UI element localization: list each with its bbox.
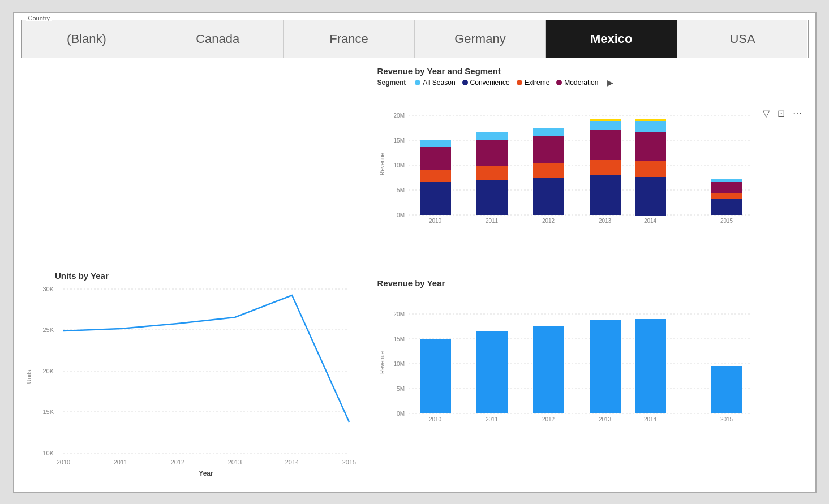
bar-2015-all bbox=[711, 179, 742, 182]
ry-bar-2012 bbox=[533, 326, 564, 413]
country-btn-blank[interactable]: (Blank) bbox=[22, 20, 153, 58]
bar-2014-all bbox=[635, 121, 666, 132]
country-btn-france[interactable]: France bbox=[284, 20, 415, 58]
bar-2010-mod bbox=[420, 147, 451, 170]
ry-x-label: Year bbox=[572, 424, 585, 425]
legend-all-season: All Season bbox=[415, 79, 455, 87]
bar-2010-all bbox=[420, 140, 451, 147]
ry-y-0m: 0M bbox=[397, 411, 405, 417]
bar-2014-conv bbox=[635, 177, 666, 216]
seg-x-2014: 2014 bbox=[643, 218, 656, 224]
bar-2011-ext bbox=[476, 166, 508, 180]
ry-bar-2010 bbox=[420, 339, 451, 413]
ry-x-2011: 2011 bbox=[485, 416, 498, 423]
ry-bar-2015 bbox=[711, 366, 742, 413]
expand-icon[interactable]: ⊡ bbox=[778, 108, 785, 119]
seg-x-2013: 2013 bbox=[598, 218, 611, 224]
bar-2015-mod bbox=[711, 182, 742, 193]
units-line bbox=[63, 295, 349, 422]
country-btn-canada[interactable]: Canada bbox=[152, 20, 284, 58]
ry-y-5m: 5M bbox=[397, 386, 405, 392]
bar-2011-all bbox=[476, 132, 508, 140]
country-filter-label: Country bbox=[26, 15, 53, 21]
ry-bar-2013 bbox=[590, 320, 621, 413]
ry-y-axis-label: Revenue bbox=[379, 351, 385, 373]
bar-2013-mod bbox=[590, 130, 621, 160]
revenue-year-chart: 20M 15M 10M 5M 0M Revenue bbox=[377, 289, 762, 425]
seg-x-2012: 2012 bbox=[542, 218, 555, 224]
units-y-axis-label: Units bbox=[25, 369, 32, 384]
convenience-dot bbox=[462, 80, 468, 85]
bar-2012-all bbox=[533, 128, 564, 136]
ry-x-2015: 2015 bbox=[720, 416, 733, 423]
x-2010: 2010 bbox=[56, 459, 70, 466]
bar-2013-all bbox=[590, 121, 621, 130]
segment-label: Segment bbox=[377, 79, 406, 87]
ry-y-20m: 20M bbox=[393, 311, 404, 317]
bar-2014-mod bbox=[635, 132, 666, 161]
bar-2011-mod bbox=[476, 140, 508, 166]
convenience-label: Convenience bbox=[470, 79, 510, 87]
x-2011: 2011 bbox=[113, 459, 127, 466]
seg-y-axis-label: Revenue bbox=[379, 152, 385, 175]
y-label-30k: 30K bbox=[42, 286, 54, 292]
ry-x-2012: 2012 bbox=[542, 416, 555, 423]
extreme-label: Extreme bbox=[525, 79, 550, 87]
bar-2012-conv bbox=[533, 178, 564, 215]
bar-2010-conv bbox=[420, 182, 451, 215]
ry-x-2010: 2010 bbox=[428, 416, 441, 423]
filter-icon[interactable]: ▽ bbox=[763, 108, 770, 119]
ry-bar-2011 bbox=[476, 331, 508, 413]
bar-2013-accent bbox=[590, 119, 621, 121]
units-chart-panel: Units by Year 30K 25K 20K 15K 10K Units bbox=[21, 65, 372, 487]
y-label-20k: 20K bbox=[42, 368, 54, 374]
bar-2012-ext bbox=[533, 163, 564, 178]
x-2015: 2015 bbox=[342, 459, 355, 466]
country-buttons: (Blank)CanadaFranceGermanyMexicoUSA bbox=[22, 20, 808, 58]
right-panel: Revenue by Year and Segment Segment All … bbox=[377, 65, 809, 487]
country-filter: Country (Blank)CanadaFranceGermanyMexico… bbox=[21, 20, 809, 58]
all-season-label: All Season bbox=[423, 79, 455, 87]
more-options-icon[interactable]: ⋯ bbox=[793, 108, 802, 119]
revenue-segment-title: Revenue by Year and Segment bbox=[377, 66, 809, 76]
ry-x-2013: 2013 bbox=[598, 416, 611, 423]
units-x-axis-label: Year bbox=[199, 469, 213, 477]
legend-convenience: Convenience bbox=[462, 79, 510, 87]
revenue-year-title: Revenue by Year bbox=[377, 278, 809, 288]
revenue-year-section: Revenue by Year 20M 15M 10M 5M 0M Revenu… bbox=[377, 277, 809, 487]
seg-x-label: Year bbox=[572, 225, 585, 226]
bar-2014-ext bbox=[635, 161, 666, 177]
units-chart-title: Units by Year bbox=[55, 271, 109, 281]
ry-y-15m: 15M bbox=[393, 336, 404, 342]
main-content: Units by Year 30K 25K 20K 15K 10K Units bbox=[14, 63, 815, 492]
country-btn-germany[interactable]: Germany bbox=[415, 20, 546, 58]
ry-bar-2014 bbox=[635, 319, 666, 413]
legend-next-icon[interactable]: ▶ bbox=[607, 78, 613, 87]
bar-2014-accent bbox=[635, 119, 666, 121]
seg-x-2011: 2011 bbox=[485, 218, 498, 224]
revenue-segment-chart: 20M 15M 10M 5M 0M Revenue bbox=[377, 91, 762, 226]
seg-x-2015: 2015 bbox=[720, 218, 733, 224]
seg-y-20m: 20M bbox=[393, 113, 404, 119]
segment-legend: Segment All Season Convenience Extreme bbox=[377, 78, 809, 87]
all-season-dot bbox=[415, 80, 420, 85]
ry-x-2014: 2014 bbox=[643, 416, 656, 423]
bar-2013-ext bbox=[590, 160, 621, 175]
legend-moderation: Moderation bbox=[556, 79, 598, 87]
bar-2013-conv bbox=[590, 175, 621, 215]
x-2014: 2014 bbox=[285, 459, 298, 466]
seg-y-10m: 10M bbox=[393, 162, 404, 169]
seg-y-5m: 5M bbox=[397, 187, 405, 193]
country-btn-usa[interactable]: USA bbox=[677, 20, 808, 58]
country-btn-mexico[interactable]: Mexico bbox=[546, 20, 677, 58]
revenue-segment-section: Revenue by Year and Segment Segment All … bbox=[377, 65, 809, 277]
dashboard: Country (Blank)CanadaFranceGermanyMexico… bbox=[13, 12, 817, 493]
seg-x-2010: 2010 bbox=[428, 218, 441, 224]
ry-y-10m: 10M bbox=[393, 361, 404, 367]
y-label-25k: 25K bbox=[42, 326, 54, 333]
y-label-10k: 10K bbox=[42, 450, 54, 456]
x-2012: 2012 bbox=[170, 459, 184, 466]
moderation-dot bbox=[556, 80, 562, 85]
legend-extreme: Extreme bbox=[517, 79, 550, 87]
seg-y-0m: 0M bbox=[397, 212, 405, 218]
